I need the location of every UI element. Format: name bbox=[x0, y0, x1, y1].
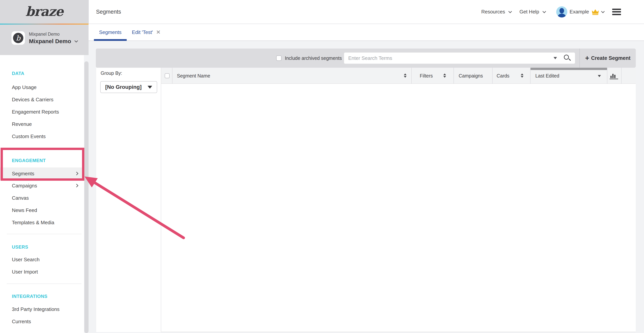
segments-toolbar: Include archived segments + Create Segme… bbox=[96, 49, 636, 68]
divider bbox=[580, 49, 580, 68]
column-border bbox=[411, 68, 412, 84]
plus-icon: + bbox=[585, 55, 589, 62]
workspace-switcher[interactable]: b Mixpanel Demo Mixpanel Demo bbox=[12, 31, 77, 45]
tab-bar: Segments Edit 'Test' ✕ bbox=[88, 24, 644, 41]
sidebar-header: braze b Mixpanel Demo Mixpanel Demo bbox=[0, 0, 88, 55]
tab-edit-test[interactable]: Edit 'Test' ✕ bbox=[127, 24, 166, 41]
create-segment-button[interactable]: + Create Segment bbox=[585, 49, 630, 68]
column-header-last-edited[interactable]: Last Edited bbox=[535, 68, 559, 84]
search-input[interactable] bbox=[344, 53, 575, 64]
person-icon bbox=[560, 8, 564, 14]
chevron-down-icon bbox=[508, 10, 512, 13]
brand-gradient-bar bbox=[0, 24, 88, 25]
account-name: Example bbox=[570, 9, 589, 15]
sort-desc-caret-icon[interactable] bbox=[598, 75, 601, 77]
include-archived-checkbox[interactable] bbox=[276, 56, 282, 61]
hamburger-menu-icon[interactable] bbox=[612, 9, 621, 15]
sidebar-item-custom-events[interactable]: Custom Events bbox=[0, 130, 84, 143]
group-by-select[interactable]: [No Grouping] bbox=[100, 81, 157, 93]
account-menu[interactable]: Example bbox=[570, 9, 604, 15]
column-border bbox=[621, 68, 622, 84]
sidebar-item-templates-media[interactable]: Templates & Media bbox=[0, 216, 84, 229]
sort-icon[interactable] bbox=[443, 74, 446, 78]
chevron-down-icon bbox=[601, 10, 604, 13]
section-integrations: INTEGRATIONS bbox=[0, 290, 84, 302]
column-border bbox=[607, 68, 608, 84]
workspace-name: Mixpanel Demo bbox=[29, 38, 71, 45]
person-icon bbox=[558, 14, 566, 18]
section-data: DATA bbox=[0, 67, 84, 80]
column-border bbox=[530, 68, 530, 84]
app-header: Segments Resources Get Help Example bbox=[88, 0, 644, 24]
sidebar-item-label: Campaigns bbox=[12, 183, 37, 189]
column-header-cards[interactable]: Cards bbox=[496, 68, 510, 84]
table-header: Segment Name Filters Campaigns Cards Las… bbox=[161, 68, 636, 84]
tab-label: Edit 'Test' bbox=[132, 29, 153, 35]
sidebar-item-news-feed[interactable]: News Feed bbox=[0, 204, 84, 216]
sidebar-item-currents[interactable]: Currents bbox=[0, 315, 84, 328]
group-by-panel: Group By: [No Grouping] bbox=[96, 68, 161, 332]
section-engagement: ENGAGEMENT bbox=[0, 154, 84, 167]
sidebar-item-3rd-party-integrations[interactable]: 3rd Party Integrations bbox=[0, 303, 84, 315]
group-by-value: [No Grouping] bbox=[105, 84, 148, 90]
column-header-filters[interactable]: Filters bbox=[420, 68, 433, 84]
workspace-initial: b bbox=[13, 33, 24, 43]
user-avatar[interactable] bbox=[556, 6, 567, 18]
sidebar-item-user-search[interactable]: User Search bbox=[0, 253, 84, 266]
chevron-down-icon bbox=[542, 10, 546, 13]
create-segment-label: Create Segment bbox=[591, 55, 630, 61]
column-header-campaigns[interactable]: Campaigns bbox=[459, 68, 483, 84]
sidebar-scrollbar[interactable] bbox=[84, 61, 88, 333]
workspace-avatar: b bbox=[12, 31, 25, 45]
page-title: Segments bbox=[96, 9, 121, 15]
section-users: USERS bbox=[0, 241, 84, 253]
sidebar-item-engagement-reports[interactable]: Engagement Reports bbox=[0, 106, 84, 118]
chevron-right-icon bbox=[75, 172, 78, 175]
column-header-segment-name[interactable]: Segment Name bbox=[177, 68, 210, 84]
dropdown-triangle-icon bbox=[148, 86, 152, 89]
workspace-label: Mixpanel Demo bbox=[29, 32, 77, 37]
sidebar-item-campaigns[interactable]: Campaigns bbox=[0, 180, 84, 192]
header-menu: Resources Get Help Example bbox=[481, 6, 644, 18]
tab-label: Segments bbox=[99, 29, 122, 35]
braze-logo: braze bbox=[0, 4, 88, 19]
column-border bbox=[492, 68, 492, 84]
sort-icon[interactable] bbox=[404, 74, 406, 78]
search-icon[interactable] bbox=[564, 54, 571, 62]
sidebar-item-devices-carriers[interactable]: Devices & Carriers bbox=[0, 93, 84, 106]
sort-icon[interactable] bbox=[521, 74, 524, 78]
tab-segments[interactable]: Segments bbox=[94, 24, 127, 41]
get-help-menu[interactable]: Get Help bbox=[520, 9, 545, 15]
bar-chart-icon[interactable] bbox=[610, 73, 618, 79]
sidebar-item-revenue[interactable]: Revenue bbox=[0, 118, 84, 130]
close-icon[interactable]: ✕ bbox=[156, 29, 160, 35]
sidebar-item-segments[interactable]: Segments bbox=[0, 167, 84, 180]
group-by-label: Group By: bbox=[100, 70, 122, 76]
sidebar-nav: DATA App Usage Devices & Carriers Engage… bbox=[0, 55, 84, 333]
braze-dashboard: Segments Resources Get Help Example bbox=[0, 0, 644, 333]
sidebar-item-label: Segments bbox=[12, 171, 34, 176]
select-all-checkbox[interactable] bbox=[165, 73, 170, 78]
sidebar-item-user-import[interactable]: User Import bbox=[0, 266, 84, 278]
divider bbox=[7, 283, 82, 284]
segments-table: Segment Name Filters Campaigns Cards Las… bbox=[161, 68, 636, 332]
crown-icon bbox=[592, 9, 599, 15]
get-help-label: Get Help bbox=[520, 9, 539, 15]
include-archived-label: Include archived segments bbox=[285, 49, 342, 68]
sidebar-item-app-usage[interactable]: App Usage bbox=[0, 81, 84, 93]
chevron-right-icon bbox=[75, 184, 78, 187]
resources-label: Resources bbox=[481, 9, 505, 15]
sidebar-item-canvas[interactable]: Canvas bbox=[0, 192, 84, 204]
chevron-down-icon bbox=[74, 39, 78, 42]
divider bbox=[7, 234, 82, 234]
column-border bbox=[454, 68, 454, 84]
resources-menu[interactable]: Resources bbox=[481, 9, 511, 15]
column-border bbox=[172, 68, 172, 84]
search-dropdown-caret-icon[interactable] bbox=[554, 57, 557, 59]
